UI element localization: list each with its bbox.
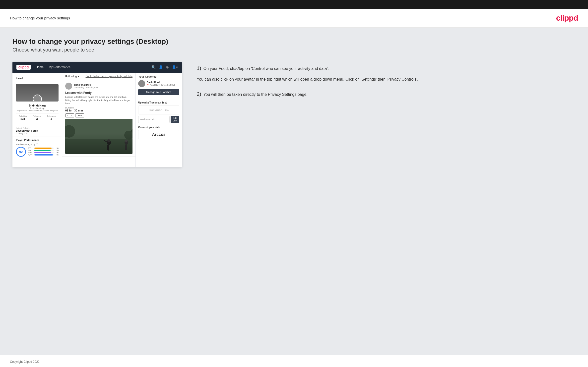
app-logo: clippd [16, 65, 31, 70]
chevron-down-icon: ▾ [78, 75, 79, 78]
latest-label: Latest Activity [16, 127, 59, 129]
clippd-logo: clippd [556, 13, 578, 23]
instruction-1-number: 1) [197, 65, 201, 71]
stat-followers-label: Followers [33, 115, 41, 117]
post-title: Lesson with Fordy [65, 91, 132, 95]
post-description: Looking to feel like my hands are exitin… [65, 96, 132, 105]
post-date: Yesterday · Sunningdale [74, 86, 98, 89]
trackman-placeholder: Trackman Link [138, 105, 179, 114]
latest-date: 03 Aug 2022 [16, 132, 59, 135]
search-icon[interactable]: 🔍 [151, 65, 156, 69]
avatar-dropdown-icon[interactable]: 👤▾ [172, 65, 178, 69]
bar-app: APP 85 [28, 150, 59, 151]
connect-title: Connect your data [138, 126, 179, 129]
duration-value: 01 hr : 30 min [65, 109, 132, 112]
stat-following-value: 4 [47, 117, 56, 121]
quality-row: 92 OTT 90 APP [16, 147, 59, 157]
profile-name: Blair McHarg [16, 104, 59, 107]
post-avatar [65, 83, 72, 90]
tag-app: APP [75, 113, 84, 117]
nav-icons: 🔍 👤 ⊕ 👤▾ [151, 65, 178, 69]
profile-subtitle: Plus Handicap [16, 107, 59, 109]
footer-copyright: Copyright Clippd 2022 [10, 360, 40, 364]
tag-row: OTT APP [65, 113, 132, 117]
page-footer: Copyright Clippd 2022 [0, 355, 588, 367]
nav-performance[interactable]: My Performance [49, 65, 70, 69]
instruction-2: 2) You will then be taken directly to th… [197, 90, 576, 98]
trackman-title: Upload a Trackman Test [138, 101, 179, 104]
profile-avatar-area [16, 84, 59, 102]
post-user-info: Blair McHarg Yesterday · Sunningdale [74, 83, 98, 89]
page-header-title: How to change your privacy settings [10, 16, 70, 20]
duration-label: Duration [65, 106, 132, 109]
app-feed: Following ▾ Control who can see your act… [62, 73, 136, 167]
quality-bars: OTT 90 APP 85 ARG [28, 147, 59, 156]
info-icon: ⓘ [36, 143, 38, 146]
tag-ott: OTT [65, 113, 74, 117]
post-image [65, 119, 132, 154]
coaches-title: Your Coaches [138, 75, 179, 78]
coach-info: David Ford 📍 Royal North Devon Golf Club [147, 81, 175, 86]
trackman-input[interactable] [138, 116, 170, 123]
page-header: How to change your privacy settings clip… [0, 9, 588, 28]
bar-putt: PUTT 96 [28, 154, 59, 156]
profile-card: Blair McHarg Plus Handicap Royal North D… [12, 82, 62, 125]
manage-coaches-button[interactable]: Manage Your Coaches [138, 89, 179, 95]
top-bar [0, 0, 588, 9]
stat-activities-label: Activities [19, 115, 27, 117]
stat-activities-value: 131 [19, 117, 27, 121]
coach-name: David Ford [147, 81, 175, 84]
app-nav: clippd Home My Performance 🔍 👤 ⊕ 👤▾ [12, 62, 182, 73]
bar-ott: OTT 90 [28, 147, 59, 149]
instruction-1: 1) On your Feed, click/tap on 'Control w… [197, 64, 576, 83]
coach-item: David Ford 📍 Royal North Devon Golf Club [138, 80, 179, 87]
coach-club: 📍 Royal North Devon Golf Club [147, 84, 175, 86]
trackman-input-row: Add Link [138, 116, 179, 123]
app-sidebar: Feed Blair McHarg Plus Handicap Royal No… [12, 73, 62, 167]
post-username: Blair McHarg [74, 83, 98, 86]
app-screenshot: clippd Home My Performance 🔍 👤 ⊕ 👤▾ Feed [12, 62, 182, 167]
location-icon: 📍 [147, 84, 149, 86]
trackman-section: Upload a Trackman Test Trackman Link Add… [138, 101, 179, 123]
stat-following-label: Following [47, 115, 56, 117]
page-subtitle: Choose what you want people to see [12, 47, 576, 53]
coach-avatar [138, 80, 145, 87]
post-header: Blair McHarg Yesterday · Sunningdale [65, 83, 132, 90]
stat-activities: Activities 131 [19, 115, 27, 121]
app-body: Feed Blair McHarg Plus Handicap Royal No… [12, 73, 182, 167]
latest-name: Lesson with Fordy [16, 129, 59, 132]
instruction-1-extra: You can also click on your avatar in the… [197, 76, 576, 83]
stat-following: Following 4 [47, 115, 56, 121]
profile-stats: Activities 131 Followers 3 Following 4 [16, 113, 59, 122]
quality-circle: 92 [16, 147, 26, 157]
app-right-panel: Your Coaches David Ford 📍 Royal North De… [136, 73, 182, 167]
stat-followers: Followers 3 [33, 115, 41, 121]
connect-section: Connect your data Arccos [138, 126, 179, 139]
coaches-section: Your Coaches David Ford 📍 Royal North De… [138, 75, 179, 98]
following-button[interactable]: Following ▾ [65, 75, 79, 78]
quality-label: Total Player Quality ⓘ [16, 143, 59, 146]
nav-home[interactable]: Home [36, 65, 44, 69]
avatar [33, 95, 42, 102]
player-performance: Player Performance Total Player Quality … [12, 137, 62, 159]
feed-header: Following ▾ Control who can see your act… [62, 73, 135, 80]
stat-followers-value: 3 [33, 117, 41, 121]
bar-arg: ARG 86 [28, 152, 59, 154]
plus-circle-icon[interactable]: ⊕ [166, 65, 169, 69]
person-icon[interactable]: 👤 [159, 65, 163, 69]
arccos-label: Arccos [138, 130, 179, 139]
profile-location: Royal North Devon Golf Club, United King… [16, 109, 59, 112]
instruction-2-text: 2) You will then be taken directly to th… [197, 90, 576, 98]
content-grid: clippd Home My Performance 🔍 👤 ⊕ 👤▾ Feed [12, 62, 576, 167]
feed-tab[interactable]: Feed [12, 75, 62, 82]
instruction-1-text: 1) On your Feed, click/tap on 'Control w… [197, 64, 576, 72]
control-privacy-link[interactable]: Control who can see your activity and da… [86, 75, 132, 78]
feed-post: Blair McHarg Yesterday · Sunningdale Les… [62, 80, 135, 157]
instructions: 1) On your Feed, click/tap on 'Control w… [192, 62, 576, 105]
perf-title: Player Performance [16, 139, 59, 142]
page-title: How to change your privacy settings (Des… [12, 38, 576, 46]
main-content: How to change your privacy settings (Des… [0, 28, 588, 355]
add-link-button[interactable]: Add Link [171, 116, 179, 123]
instruction-2-number: 2) [197, 91, 201, 97]
latest-activity: Latest Activity Lesson with Fordy 03 Aug… [12, 125, 62, 137]
